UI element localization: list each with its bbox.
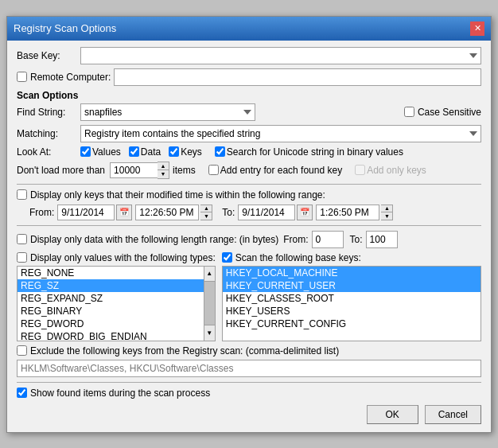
from-label: From: <box>29 207 54 218</box>
find-string-label: Find String: <box>17 107 80 118</box>
display-types-label: Display only values with the following t… <box>30 252 216 263</box>
from-time-input[interactable] <box>135 205 199 220</box>
list-item[interactable]: REG_NONE <box>18 267 204 279</box>
base-key-select[interactable] <box>80 47 481 64</box>
display-length-checkbox[interactable] <box>17 234 27 244</box>
display-modified-checkbox[interactable] <box>17 189 27 200</box>
list-item[interactable]: HKEY_CURRENT_USER <box>223 279 480 292</box>
from-time-down[interactable]: ▼ <box>200 212 212 220</box>
look-at-label: Look At: <box>17 146 80 158</box>
list-item[interactable]: REG_EXPAND_SZ <box>18 292 204 305</box>
from-time-up[interactable]: ▲ <box>200 205 212 212</box>
title-bar: Registry Scan Options ✕ <box>7 17 491 41</box>
ok-button[interactable]: OK <box>367 405 418 424</box>
list-item[interactable]: REG_DWORD_BIG_ENDIAN <box>18 330 204 341</box>
remote-computer-input[interactable] <box>114 68 481 86</box>
add-entry-checkbox[interactable] <box>208 165 219 175</box>
dialog-title: Registry Scan Options <box>14 22 116 34</box>
to-date-input[interactable] <box>238 205 295 220</box>
dont-load-up[interactable]: ▲ <box>158 162 169 170</box>
add-only-checkbox <box>355 165 365 175</box>
add-only-label: Add only keys <box>367 165 426 176</box>
types-scroll-down[interactable]: ▼ <box>204 325 215 340</box>
list-item[interactable]: REG_SZ <box>18 279 204 292</box>
show-found-label: Show found items during the scan process <box>30 388 210 399</box>
values-label: Values <box>92 146 121 158</box>
types-scroll-up[interactable]: ▲ <box>204 267 215 282</box>
exclude-keys-checkbox[interactable] <box>17 345 27 356</box>
dont-load-input[interactable] <box>110 162 158 178</box>
matching-select[interactable]: Registry item contains the specified str… <box>80 125 481 142</box>
display-length-label: Display only data with the following len… <box>30 234 278 245</box>
add-entry-label: Add entry for each found key <box>220 165 342 176</box>
unicode-checkbox[interactable] <box>215 146 225 157</box>
base-key-label: Base Key: <box>17 50 80 61</box>
list-item[interactable]: REG_BINARY <box>18 305 204 317</box>
matching-label: Matching: <box>17 128 80 139</box>
dialog: Registry Scan Options ✕ Base Key: Remote… <box>6 16 492 433</box>
dont-load-label: Don't load more than <box>17 165 105 176</box>
case-sensitive-label: Case Sensitive <box>418 107 481 118</box>
len-to-input[interactable] <box>366 231 398 248</box>
values-checkbox[interactable] <box>80 146 91 157</box>
list-item[interactable]: HKEY_CURRENT_CONFIG <box>223 317 480 330</box>
base-keys-list[interactable]: HKEY_LOCAL_MACHINE HKEY_CURRENT_USER HKE… <box>222 266 481 341</box>
len-to-label: To: <box>350 234 363 245</box>
scan-base-keys-label: Scan the following base keys: <box>235 252 361 263</box>
remote-computer-checkbox[interactable] <box>17 72 27 82</box>
list-item[interactable]: REG_DWORD <box>18 317 204 330</box>
data-checkbox[interactable] <box>129 146 139 157</box>
find-string-select[interactable]: snapfiles <box>80 103 255 121</box>
show-found-checkbox[interactable] <box>17 388 27 398</box>
types-scrollbar-thumb[interactable] <box>204 282 215 325</box>
display-types-checkbox[interactable] <box>17 252 27 263</box>
to-date-cal[interactable]: 📅 <box>297 205 313 220</box>
to-label: To: <box>222 207 235 218</box>
list-item[interactable]: HKEY_LOCAL_MACHINE <box>223 267 480 279</box>
keys-checkbox[interactable] <box>169 146 179 157</box>
types-list[interactable]: REG_NONE REG_SZ REG_EXPAND_SZ REG_BINARY… <box>17 266 204 341</box>
from-date-input[interactable] <box>57 205 115 220</box>
len-from-input[interactable] <box>312 231 344 248</box>
items-label: items <box>173 165 196 176</box>
from-date-cal[interactable]: 📅 <box>116 205 132 220</box>
list-item[interactable]: HKEY_CLASSES_ROOT <box>223 292 480 305</box>
cancel-button[interactable]: Cancel <box>425 405 481 424</box>
to-time-input[interactable] <box>316 205 379 220</box>
data-label: Data <box>141 146 161 158</box>
list-item[interactable]: HKEY_USERS <box>223 305 480 317</box>
to-time-down[interactable]: ▼ <box>381 212 392 220</box>
unicode-label: Search for Unicode string in binary valu… <box>227 146 403 158</box>
remote-computer-label: Remote Computer: <box>30 72 114 83</box>
case-sensitive-checkbox[interactable] <box>404 107 414 117</box>
len-from-label: From: <box>283 234 308 245</box>
keys-label: Keys <box>181 146 202 158</box>
dont-load-down[interactable]: ▼ <box>158 170 169 178</box>
exclude-keys-label: Exclude the following keys from the Regi… <box>30 345 339 356</box>
display-modified-label: Display only keys that their modified ti… <box>30 189 325 201</box>
scan-base-keys-checkbox[interactable] <box>222 252 232 263</box>
close-button[interactable]: ✕ <box>470 21 484 36</box>
exclude-keys-input[interactable] <box>17 360 481 377</box>
scan-options-label: Scan Options <box>17 90 481 101</box>
to-time-up[interactable]: ▲ <box>381 205 392 212</box>
